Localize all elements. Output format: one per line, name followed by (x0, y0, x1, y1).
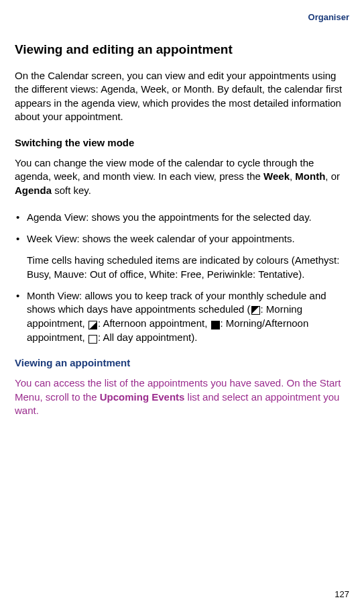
list-item-agenda: Agenda View: shows you the appointments … (15, 211, 349, 224)
month-text-afternoon: : Afternoon appointment, (98, 317, 210, 329)
intro-paragraph: On the Calendar screen, you can view and… (15, 69, 349, 123)
list-item-week-sub: Time cells having scheduled items are in… (15, 254, 349, 281)
morning-afternoon-icon (211, 317, 220, 331)
switching-text-post: soft key. (52, 185, 91, 196)
viewing-paragraph: You can access the list of the appointme… (15, 376, 349, 417)
viewing-heading: Viewing an appointment (15, 357, 349, 368)
switching-heading: Switching the view mode (15, 137, 349, 148)
allday-icon (88, 331, 97, 345)
month-label: Month (295, 170, 325, 182)
page-title: Viewing and editing an appointment (15, 42, 349, 57)
upcoming-events-label: Upcoming Events (100, 391, 185, 403)
switching-comma2: , or (325, 170, 340, 182)
section-header: Organiser (15, 12, 349, 22)
afternoon-icon (88, 317, 97, 331)
morning-icon (251, 303, 260, 317)
list-item-month: Month View: allows you to keep track of … (15, 289, 349, 346)
list-item-week: Week View: shows the week calendar of yo… (15, 232, 349, 246)
page-number: 127 (335, 589, 349, 599)
agenda-label: Agenda (15, 185, 52, 196)
switching-paragraph: You can change the view mode of the cale… (15, 156, 349, 197)
view-modes-list: Agenda View: shows you the appointments … (15, 211, 349, 346)
week-label: Week (263, 170, 290, 182)
month-text-allday: : All day appointment). (98, 331, 197, 343)
